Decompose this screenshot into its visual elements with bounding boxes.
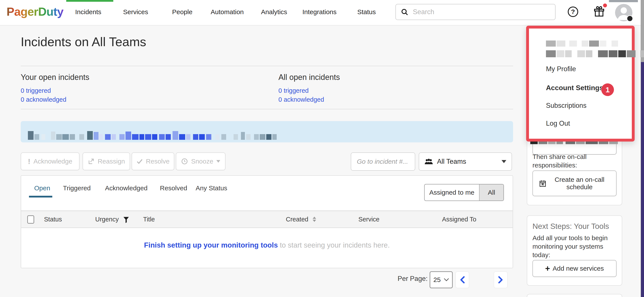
create-oncall-schedule-label: Create an on-call schedule	[549, 176, 610, 191]
search-input[interactable]	[412, 8, 535, 16]
assignment-toggle: Assigned to me All	[424, 184, 504, 201]
finish-setup-link[interactable]: Finish setting up your monitoring tools	[144, 241, 278, 249]
acknowledge-label: Acknowledge	[33, 158, 72, 165]
column-header-title[interactable]: Title	[143, 216, 155, 223]
chevron-right-icon	[498, 276, 504, 284]
add-new-services-button[interactable]: + Add new services	[532, 260, 616, 277]
search-icon	[401, 8, 408, 16]
empty-state-message: Finish setting up your monitoring tools …	[21, 241, 513, 249]
info-banner	[21, 121, 513, 142]
nav-item-services[interactable]: Services	[123, 8, 148, 16]
calendar-icon	[539, 180, 546, 187]
divider	[21, 109, 513, 109]
select-all-checkbox[interactable]	[27, 215, 34, 224]
per-page-label: Per Page:	[398, 275, 428, 283]
tab-open[interactable]: Open	[34, 184, 50, 192]
resolve-button[interactable]: Resolve	[132, 152, 174, 170]
reassign-icon	[88, 158, 94, 165]
next-steps-card: Next Steps: Your Tools Add all your tool…	[527, 215, 622, 286]
teams-filter-value: All Teams	[437, 158, 466, 165]
gift-notification-dot	[603, 3, 607, 7]
redacted-user-email	[546, 50, 644, 57]
avatar-status-dot	[626, 15, 633, 22]
chevron-left-icon	[460, 276, 465, 284]
top-right-artifact-bar	[609, 0, 638, 2]
previous-page-button[interactable]	[455, 271, 469, 288]
toggle-assigned-to-me[interactable]: Assigned to me	[424, 184, 479, 201]
toggle-all[interactable]: All	[479, 184, 504, 201]
exclamation-icon: !	[28, 157, 30, 166]
all-triggered-link[interactable]: 0 triggered	[278, 87, 309, 94]
next-steps-title: Next Steps: Your Tools	[532, 222, 609, 230]
your-acknowledged-link[interactable]: 0 acknowledged	[21, 96, 66, 103]
next-page-button[interactable]	[494, 271, 508, 288]
acknowledge-button[interactable]: ! Acknowledge	[21, 152, 80, 170]
plus-icon: +	[545, 265, 550, 272]
gift-icon[interactable]	[593, 6, 605, 18]
per-page-select[interactable]: 25	[430, 271, 453, 288]
column-header-service[interactable]: Service	[358, 216, 380, 223]
sort-icon[interactable]	[313, 217, 316, 222]
nav-item-incidents[interactable]: Incidents	[75, 8, 101, 16]
column-header-assigned-to[interactable]: Assigned To	[442, 216, 476, 223]
active-tab-underline	[29, 196, 52, 198]
nav-item-automation[interactable]: Automation	[211, 8, 244, 16]
resolve-label: Resolve	[146, 158, 170, 165]
incidents-table-card: Open Triggered Acknowledged Resolved Any…	[21, 175, 513, 268]
nav-item-integrations[interactable]: Integrations	[302, 8, 336, 16]
your-open-incidents-heading: Your open incidents	[21, 73, 89, 82]
menu-item-account-settings[interactable]: Account Settings	[546, 84, 603, 92]
global-search[interactable]	[396, 4, 556, 20]
column-header-created[interactable]: Created	[286, 216, 308, 223]
empty-state-rest: to start seeing your incidents here.	[278, 241, 390, 249]
tab-any-status[interactable]: Any Status	[196, 184, 227, 192]
tab-resolved[interactable]: Resolved	[160, 184, 187, 192]
add-new-services-label: Add new services	[553, 265, 604, 272]
annotation-step-badge: 1	[601, 83, 614, 96]
page-title: Incidents on All Teams	[21, 34, 146, 49]
reassign-label: Reassign	[98, 158, 125, 165]
per-page-value: 25	[433, 276, 440, 284]
active-nav-indicator	[66, 0, 113, 2]
check-icon	[136, 158, 143, 165]
menu-item-log-out[interactable]: Log Out	[546, 120, 570, 127]
filter-icon[interactable]	[123, 217, 129, 223]
menu-item-my-profile[interactable]: My Profile	[546, 65, 576, 73]
all-open-incidents-heading: All open incidents	[278, 73, 340, 82]
column-header-urgency[interactable]: Urgency	[95, 216, 119, 223]
clock-icon	[181, 158, 188, 165]
teams-filter-dropdown[interactable]: All Teams	[419, 152, 512, 171]
chevron-down-icon	[444, 278, 449, 282]
user-menu-annotation-box: My Profile Account Settings Subscription…	[526, 26, 635, 142]
your-triggered-link[interactable]: 0 triggered	[21, 87, 51, 94]
nav-item-analytics[interactable]: Analytics	[261, 8, 287, 16]
partially-visible-card	[527, 294, 622, 297]
team-icon	[424, 158, 433, 165]
nav-item-status[interactable]: Status	[357, 8, 376, 16]
create-oncall-schedule-button[interactable]: Create an on-call schedule	[532, 171, 616, 196]
snooze-button[interactable]: Snooze	[176, 152, 226, 170]
all-acknowledged-link[interactable]: 0 acknowledged	[278, 96, 324, 103]
goto-incident-input[interactable]	[351, 152, 415, 171]
snooze-label: Snooze	[191, 158, 213, 165]
divider	[21, 66, 513, 66]
reassign-button[interactable]: Reassign	[82, 152, 130, 170]
redacted-user-name	[546, 40, 619, 47]
next-steps-body: Add all your tools to begin monitoring y…	[532, 234, 616, 259]
share-oncall-text: Then share on-call responsibilities:	[532, 152, 615, 169]
help-icon[interactable]: ?	[568, 6, 578, 17]
redacted-banner-text	[28, 124, 278, 140]
tab-triggered[interactable]: Triggered	[63, 184, 91, 192]
pagerduty-logo[interactable]: PagerDuty	[6, 5, 64, 18]
chevron-down-icon	[502, 160, 506, 163]
column-header-status[interactable]: Status	[44, 216, 62, 223]
pagerduty-incidents-page: PagerDuty Incidents Services People Auto…	[0, 0, 644, 297]
tab-acknowledged[interactable]: Acknowledged	[105, 184, 148, 192]
top-navigation-bar: PagerDuty Incidents Services People Auto…	[0, 0, 644, 25]
menu-item-subscriptions[interactable]: Subscriptions	[546, 102, 586, 109]
chevron-down-icon	[216, 160, 220, 163]
table-header-row: Status Urgency Title Created Service Ass…	[21, 211, 513, 228]
nav-item-people[interactable]: People	[172, 8, 192, 16]
